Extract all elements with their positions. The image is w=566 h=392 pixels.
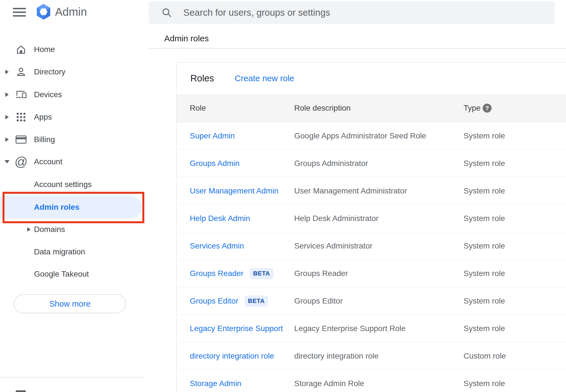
sidebar-item-data-migration[interactable]: Data migration [0,241,145,263]
table-header: Role Role description Type ? [177,94,566,122]
role-type: Custom role [464,342,506,370]
role-cell: Groups Reader BETA [190,260,273,287]
role-description: Groups Editor [294,287,343,314]
expand-arrow-icon[interactable] [5,115,9,119]
table-row: Groups Editor BETA Groups Editor System … [177,287,566,315]
role-description: Groups Reader [294,260,348,287]
roles-card: Roles Create new role Role Role descript… [176,62,566,392]
table-row: Legacy Enterprise Support Legacy Enterpr… [177,315,566,342]
sidebar-item-devices[interactable]: Devices [0,83,145,106]
table-row: Help Desk Admin Help Desk Administrator … [177,205,566,232]
role-link[interactable]: Groups Editor [190,297,238,306]
role-type: System role [464,260,505,287]
brand-header: Admin [0,0,149,25]
role-description: Google Apps Administrator Seed Role [294,122,426,149]
role-link[interactable]: Help Desk Admin [190,205,250,232]
role-description: Storage Admin Role [294,370,364,392]
sidebar-item-label: Google Takeout [34,270,89,279]
sidebar-item-label: Billing [34,135,55,144]
sidebar-item-label: Admin roles [34,203,79,212]
sidebar-item-admin-roles[interactable]: Admin roles [0,196,142,218]
role-description: User Management Administrator [294,177,407,204]
card-title: Roles [190,73,214,84]
role-link[interactable]: Groups Reader [190,269,243,278]
role-description: Groups Administrator [294,150,368,177]
column-header-role: Role [190,94,206,122]
show-more-button[interactable]: Show more [14,294,126,313]
role-type: System role [464,315,505,342]
role-description: Services Administrator [294,232,373,259]
devices-icon [15,89,27,100]
expand-arrow-icon[interactable] [5,70,9,74]
content-divider [149,48,566,49]
role-link[interactable]: directory integration role [190,342,274,370]
clipped-bottom-icon [16,390,26,392]
collapse-arrow-icon[interactable] [4,160,10,163]
role-type: System role [464,150,505,177]
role-type: System role [464,370,505,392]
sidebar: Admin Home Directory [0,0,149,392]
column-header-role-description: Role description [294,94,351,122]
sidebar-item-label: Data migration [34,247,85,256]
create-new-role-link[interactable]: Create new role [235,74,294,83]
sidebar-item-label: Domains [34,225,65,234]
role-link[interactable]: Legacy Enterprise Support [190,315,283,342]
person-icon [15,66,27,78]
table-row: Services Admin Services Administrator Sy… [177,232,566,260]
table-row: User Management Admin User Management Ad… [177,177,566,205]
role-type: System role [464,232,505,259]
help-icon[interactable]: ? [483,104,492,113]
sidebar-item-label: Home [34,45,55,54]
role-link[interactable]: User Management Admin [190,177,279,204]
sidebar-item-label: Devices [34,90,62,99]
role-link[interactable]: Storage Admin [190,370,241,392]
sidebar-item-home[interactable]: Home [0,38,145,61]
sidebar-item-label: Directory [34,67,65,76]
sidebar-item-domains[interactable]: Domains [0,218,145,241]
expand-arrow-icon[interactable] [27,227,31,232]
sidebar-divider [0,377,144,378]
role-type: System role [464,177,505,204]
sidebar-item-account[interactable]: @ Account [0,151,145,173]
table-row: Groups Admin Groups Administrator System… [177,150,566,177]
account-at-icon: @ [15,156,27,167]
apps-grid-icon [15,111,27,123]
menu-icon[interactable] [13,8,26,17]
role-type: System role [464,205,505,232]
column-header-type: Type [464,94,481,122]
beta-badge: BETA [245,295,268,307]
role-type: System role [464,122,505,149]
beta-badge: BETA [250,268,273,279]
sidebar-item-label: Account settings [34,180,92,189]
search-input[interactable] [183,7,549,18]
search-icon [161,7,172,18]
sidebar-item-directory[interactable]: Directory [0,61,145,83]
role-link[interactable]: Groups Admin [190,150,239,177]
table-row: Super Admin Google Apps Administrator Se… [177,122,566,150]
role-type: System role [464,287,505,314]
role-description: Legacy Enterprise Support Role [294,315,406,342]
role-link[interactable]: Services Admin [190,232,244,259]
product-name: Admin [55,4,87,20]
sidebar-item-label: Account [34,157,62,166]
role-description: Help Desk Administrator [294,205,378,232]
expand-arrow-icon[interactable] [5,92,9,97]
table-row: Groups Reader BETA Groups Reader System … [177,260,566,287]
role-cell: Groups Editor BETA [190,287,268,314]
expand-arrow-icon[interactable] [5,137,9,142]
sidebar-item-google-takeout[interactable]: Google Takeout [0,263,145,285]
breadcrumb: Admin roles [164,34,209,43]
home-icon [15,44,27,55]
sidebar-item-account-settings[interactable]: Account settings [0,173,145,196]
role-description: directory integration role [294,342,378,370]
sidebar-item-label: Apps [34,113,52,122]
table-row: Storage Admin Storage Admin Role System … [177,370,566,392]
table-row: directory integration role directory int… [177,342,566,370]
search-bar[interactable] [149,1,555,24]
role-link[interactable]: Super Admin [190,122,235,149]
sidebar-item-billing[interactable]: Billing [0,128,145,151]
admin-logo-icon [36,4,51,20]
billing-card-icon [15,134,27,145]
card-header: Roles Create new role [177,63,566,94]
sidebar-item-apps[interactable]: Apps [0,106,145,128]
